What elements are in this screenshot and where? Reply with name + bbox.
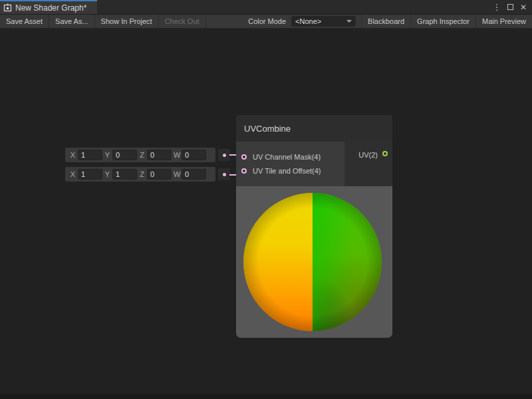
- sphere-right-half-green: [313, 193, 382, 331]
- save-as-button[interactable]: Save As...: [49, 15, 95, 28]
- input-port-row: UV Channel Mask(4): [236, 153, 344, 161]
- color-mode-group: Color Mode <None>: [243, 15, 361, 28]
- vector2-output-port[interactable]: [218, 168, 230, 180]
- color-mode-label: Color Mode: [243, 17, 291, 25]
- color-mode-selected-value: <None>: [295, 17, 321, 25]
- sphere-left-half-yellow-orange: [243, 193, 313, 331]
- input-port-label: UV Tile and Offset(4): [253, 167, 321, 175]
- vector2-w-input[interactable]: [182, 169, 206, 180]
- preview-sphere: [243, 193, 382, 331]
- input-port-uv-channel-mask[interactable]: [241, 154, 247, 160]
- vector1-x-input[interactable]: [78, 150, 102, 160]
- input-port-label: UV Channel Mask(4): [253, 153, 321, 161]
- node-preview: [236, 186, 392, 338]
- port-dot-icon: [223, 154, 226, 157]
- input-port-uv-tile-offset[interactable]: [241, 168, 247, 174]
- node-title: UVCombine: [244, 124, 291, 134]
- check-out-button: Check Out: [159, 15, 206, 28]
- node-body: UV Channel Mask(4) UV Tile and Offset(4)…: [236, 142, 392, 186]
- save-asset-button[interactable]: Save Asset: [0, 15, 49, 28]
- graph-canvas[interactable]: X Y Z W X Y Z W UVCombine: [0, 29, 532, 399]
- axis-label-z: Z: [139, 151, 145, 159]
- axis-label-z: Z: [139, 170, 145, 178]
- axis-label-y: Y: [104, 151, 110, 159]
- maximize-icon[interactable]: [505, 2, 515, 13]
- show-in-project-button[interactable]: Show In Project: [95, 15, 159, 28]
- window-controls: ⋮ ✕: [491, 0, 532, 14]
- vector2-z-input[interactable]: [147, 169, 172, 180]
- shader-graph-window: New Shader Graph* ⋮ ✕ Save Asset Save As…: [0, 0, 532, 399]
- close-icon[interactable]: ✕: [518, 2, 529, 13]
- port-dot-icon: [223, 173, 226, 176]
- node-title-bar[interactable]: UVCombine: [236, 115, 392, 142]
- axis-label-w: W: [174, 170, 180, 178]
- main-preview-button[interactable]: Main Preview: [475, 15, 532, 28]
- vector2-x-input[interactable]: [78, 169, 102, 180]
- vector1-y-input[interactable]: [112, 150, 137, 160]
- shader-graph-icon: [3, 3, 12, 12]
- tab-title: New Shader Graph*: [15, 3, 86, 13]
- input-port-row: UV Tile and Offset(4): [236, 167, 344, 175]
- axis-label-x: X: [70, 170, 76, 178]
- output-port-label: UV(2): [358, 151, 378, 159]
- vector2-y-input[interactable]: [112, 169, 137, 180]
- more-options-icon[interactable]: ⋮: [491, 2, 502, 13]
- axis-label-y: Y: [104, 170, 110, 178]
- chevron-down-icon: [346, 20, 352, 23]
- vector1-z-input[interactable]: [147, 150, 172, 160]
- blackboard-button[interactable]: Blackboard: [361, 15, 410, 28]
- node-input-section: UV Channel Mask(4) UV Tile and Offset(4): [236, 142, 344, 186]
- node-uvcombine[interactable]: UVCombine UV Channel Mask(4) UV Tile and…: [236, 115, 392, 338]
- vector4-input-row-1: X Y Z W: [65, 148, 215, 162]
- vector1-output-port[interactable]: [218, 149, 230, 161]
- color-mode-dropdown[interactable]: <None>: [291, 16, 356, 27]
- axis-label-w: W: [174, 151, 180, 159]
- vector1-w-input[interactable]: [182, 150, 206, 160]
- tab-bar: New Shader Graph* ⋮ ✕: [0, 0, 532, 15]
- graph-inspector-button[interactable]: Graph Inspector: [410, 15, 475, 28]
- output-port-uv[interactable]: [382, 151, 388, 156]
- tab-new-shader-graph[interactable]: New Shader Graph*: [0, 0, 97, 14]
- node-output-section: UV(2): [344, 142, 392, 186]
- vector4-input-row-2: X Y Z W: [65, 167, 215, 182]
- axis-label-x: X: [70, 151, 76, 159]
- toolbar: Save Asset Save As... Show In Project Ch…: [0, 15, 532, 29]
